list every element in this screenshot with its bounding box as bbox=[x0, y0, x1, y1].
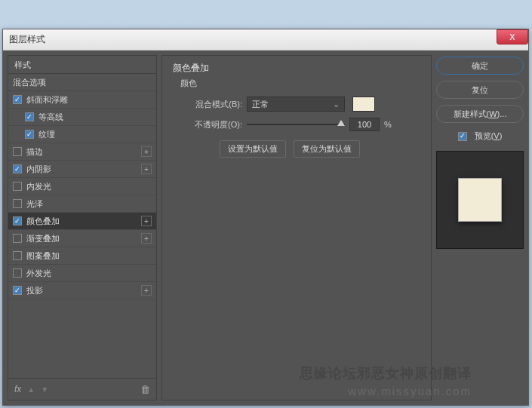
styles-sidebar: 样式 混合选项 斜面和浮雕等高线纹理描边+内阴影+内发光光泽颜色叠加+渐变叠加+… bbox=[8, 55, 157, 400]
style-item-10[interactable]: 外发光 bbox=[8, 265, 156, 282]
settings-panel: 颜色叠加 颜色 混合模式(B): 正常 不透明度(O): 100 % 设置为默认… bbox=[161, 55, 432, 400]
style-checkbox[interactable] bbox=[13, 286, 22, 295]
add-icon[interactable]: + bbox=[141, 233, 152, 244]
opacity-row: 不透明度(O): 100 % bbox=[173, 118, 420, 131]
opacity-slider[interactable] bbox=[247, 119, 345, 130]
style-label: 斜面和浮雕 bbox=[26, 94, 68, 106]
style-label: 投影 bbox=[26, 285, 43, 296]
style-item-0[interactable]: 斜面和浮雕 bbox=[8, 91, 156, 109]
opacity-input[interactable]: 100 bbox=[349, 118, 380, 131]
style-checkbox[interactable] bbox=[13, 164, 22, 173]
style-item-4[interactable]: 内阴影+ bbox=[8, 161, 156, 178]
watermark-line1: 思缘论坛邪恶女神原创翻译 bbox=[300, 364, 472, 382]
style-label: 光泽 bbox=[26, 198, 43, 210]
add-icon[interactable]: + bbox=[141, 216, 152, 226]
sidebar-footer: fx ▲ ▼ 🗑 bbox=[8, 379, 156, 400]
style-item-1[interactable]: 等高线 bbox=[8, 109, 156, 126]
style-checkbox[interactable] bbox=[25, 112, 34, 121]
style-label: 纹理 bbox=[38, 129, 55, 140]
style-label: 描边 bbox=[26, 146, 43, 158]
style-label: 渐变叠加 bbox=[26, 233, 60, 244]
style-label: 内阴影 bbox=[26, 164, 51, 175]
titlebar: 图层样式 X bbox=[3, 29, 528, 51]
style-checkbox[interactable] bbox=[13, 95, 22, 104]
actions-panel: 确定 复位 新建样式(W)... 预览(V) bbox=[436, 55, 524, 400]
style-label: 颜色叠加 bbox=[26, 216, 60, 227]
blend-mode-label: 混合模式(B): bbox=[180, 99, 242, 110]
style-item-6[interactable]: 光泽 bbox=[8, 195, 156, 213]
style-item-9[interactable]: 图案叠加 bbox=[8, 247, 156, 265]
style-item-5[interactable]: 内发光 bbox=[8, 178, 156, 195]
sidebar-spacer bbox=[8, 299, 156, 379]
color-swatch[interactable] bbox=[352, 97, 375, 112]
blend-mode-select[interactable]: 正常 bbox=[247, 97, 345, 112]
fx-icon[interactable]: fx bbox=[14, 384, 21, 394]
style-checkbox[interactable] bbox=[13, 216, 22, 225]
style-checkbox[interactable] bbox=[13, 147, 22, 156]
style-checkbox[interactable] bbox=[25, 130, 34, 139]
default-buttons: 设置为默认值 复位为默认值 bbox=[173, 140, 420, 158]
style-label: 外发光 bbox=[26, 268, 51, 279]
panel-title: 颜色叠加 bbox=[173, 62, 420, 75]
dialog-body: 样式 混合选项 斜面和浮雕等高线纹理描边+内阴影+内发光光泽颜色叠加+渐变叠加+… bbox=[3, 51, 528, 405]
blending-options[interactable]: 混合选项 bbox=[8, 74, 156, 91]
opacity-label: 不透明度(O): bbox=[180, 119, 242, 130]
style-checkbox[interactable] bbox=[13, 268, 22, 278]
add-icon[interactable]: + bbox=[141, 285, 152, 296]
blend-mode-row: 混合模式(B): 正常 bbox=[173, 97, 420, 112]
style-item-8[interactable]: 渐变叠加+ bbox=[8, 230, 156, 247]
style-item-2[interactable]: 纹理 bbox=[8, 126, 156, 143]
new-style-button[interactable]: 新建样式(W)... bbox=[436, 105, 524, 123]
preview-box bbox=[436, 151, 524, 249]
slider-thumb-icon[interactable] bbox=[337, 120, 345, 126]
arrow-down-icon[interactable]: ▼ bbox=[41, 385, 48, 394]
style-label: 图案叠加 bbox=[26, 250, 60, 262]
cancel-button[interactable]: 复位 bbox=[436, 81, 524, 99]
style-checkbox[interactable] bbox=[13, 199, 22, 208]
style-label: 等高线 bbox=[38, 112, 63, 123]
close-button[interactable]: X bbox=[497, 29, 528, 44]
preview-row: 预览(V) bbox=[436, 130, 524, 142]
style-checkbox[interactable] bbox=[13, 182, 22, 191]
preview-checkbox[interactable] bbox=[458, 132, 467, 141]
preview-label: 预览(V) bbox=[475, 130, 503, 142]
watermark-line2: www.missyuan.com bbox=[348, 385, 472, 397]
panel-subtitle: 颜色 bbox=[173, 78, 420, 89]
add-icon[interactable]: + bbox=[141, 164, 152, 174]
style-label: 内发光 bbox=[26, 181, 51, 192]
set-default-button[interactable]: 设置为默认值 bbox=[220, 140, 286, 158]
trash-icon[interactable]: 🗑 bbox=[140, 384, 150, 395]
preview-swatch bbox=[458, 178, 502, 222]
add-icon[interactable]: + bbox=[141, 146, 152, 157]
styles-header[interactable]: 样式 bbox=[8, 56, 156, 74]
layer-style-dialog: 图层样式 X 样式 混合选项 斜面和浮雕等高线纹理描边+内阴影+内发光光泽颜色叠… bbox=[2, 29, 529, 406]
style-item-11[interactable]: 投影+ bbox=[8, 282, 156, 299]
style-item-3[interactable]: 描边+ bbox=[8, 143, 156, 161]
ok-button[interactable]: 确定 bbox=[436, 57, 524, 75]
arrow-up-icon[interactable]: ▲ bbox=[27, 385, 35, 394]
percent-label: % bbox=[384, 120, 392, 129]
style-checkbox[interactable] bbox=[13, 251, 22, 260]
window-title: 图层样式 bbox=[9, 33, 45, 46]
style-checkbox[interactable] bbox=[13, 234, 22, 243]
style-item-7[interactable]: 颜色叠加+ bbox=[8, 213, 156, 230]
reset-default-button[interactable]: 复位为默认值 bbox=[294, 140, 360, 158]
